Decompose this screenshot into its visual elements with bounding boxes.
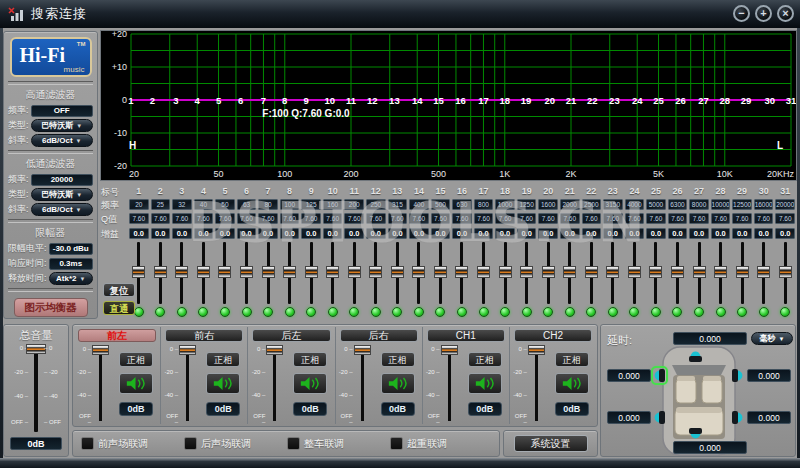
limiter-attack-field[interactable]: 0.3ms bbox=[49, 258, 93, 270]
delay-rear-left-field[interactable]: 0.000 bbox=[607, 411, 651, 424]
fader-track[interactable] bbox=[762, 242, 765, 304]
fader-handle[interactable] bbox=[305, 266, 318, 278]
fader-track[interactable] bbox=[439, 242, 442, 304]
band-fader[interactable] bbox=[537, 242, 559, 304]
band-frequency-field[interactable]: 10000 bbox=[711, 199, 731, 210]
fader-track[interactable] bbox=[267, 242, 270, 304]
rear-right-speaker-icon[interactable] bbox=[731, 410, 744, 425]
band-gain-field[interactable]: 0.0 bbox=[560, 228, 580, 239]
fader-handle[interactable] bbox=[671, 266, 684, 278]
band-q-field[interactable]: 7.60 bbox=[258, 213, 278, 224]
fader-handle[interactable] bbox=[563, 266, 576, 278]
fader-handle[interactable] bbox=[441, 345, 458, 355]
fader-track[interactable] bbox=[611, 242, 614, 304]
phase-button[interactable]: 正相 bbox=[293, 352, 327, 367]
band-fader[interactable] bbox=[731, 242, 753, 304]
mute-button[interactable] bbox=[468, 373, 502, 394]
band-frequency-field[interactable]: 4000 bbox=[625, 199, 645, 210]
fader-handle[interactable] bbox=[283, 266, 296, 278]
band-frequency-field[interactable]: 32 bbox=[172, 199, 192, 210]
fader-handle[interactable] bbox=[628, 266, 641, 278]
band-gain-field[interactable]: 0.0 bbox=[711, 228, 731, 239]
fader-handle[interactable] bbox=[585, 266, 598, 278]
band-q-field[interactable]: 7.60 bbox=[474, 213, 494, 224]
band-frequency-field[interactable]: 315 bbox=[388, 199, 408, 210]
fader-handle[interactable] bbox=[348, 266, 361, 278]
checkbox[interactable] bbox=[287, 437, 300, 450]
band-q-field[interactable]: 7.60 bbox=[344, 213, 364, 224]
band-gain-field[interactable]: 0.0 bbox=[431, 228, 451, 239]
bypass-button[interactable]: 直通 bbox=[103, 301, 135, 315]
band-frequency-field[interactable]: 160 bbox=[323, 199, 343, 210]
band-q-field[interactable]: 7.60 bbox=[582, 213, 602, 224]
maximize-button[interactable]: + bbox=[755, 5, 772, 22]
band-frequency-field[interactable]: 20000 bbox=[775, 199, 795, 210]
fader-track[interactable] bbox=[353, 242, 356, 304]
checkbox[interactable] bbox=[81, 437, 94, 450]
channel-gain-display[interactable]: 0dB bbox=[119, 402, 153, 416]
band-fader[interactable] bbox=[645, 242, 667, 304]
fader-track[interactable] bbox=[698, 242, 701, 304]
fader-handle[interactable] bbox=[266, 345, 283, 355]
mute-button[interactable] bbox=[119, 373, 153, 394]
band-q-field[interactable]: 7.60 bbox=[431, 213, 451, 224]
master-volume-fader[interactable]: 0 –-20 –-40 –OFF – – 0– -20– -40– OFF bbox=[4, 343, 68, 435]
band-frequency-field[interactable]: 63 bbox=[237, 199, 257, 210]
phase-button[interactable]: 正相 bbox=[381, 352, 415, 367]
band-gain-field[interactable]: 0.0 bbox=[129, 228, 149, 239]
fader-track[interactable] bbox=[504, 242, 507, 304]
fader-handle[interactable] bbox=[369, 266, 382, 278]
checkbox[interactable] bbox=[390, 437, 403, 450]
fader-track[interactable] bbox=[784, 242, 787, 304]
graphic-eq-button[interactable]: 图示均衡器 bbox=[14, 298, 88, 317]
band-frequency-field[interactable]: 8000 bbox=[689, 199, 709, 210]
band-fader[interactable] bbox=[473, 242, 495, 304]
band-q-field[interactable]: 7.60 bbox=[625, 213, 645, 224]
band-q-field[interactable]: 7.60 bbox=[603, 213, 623, 224]
mute-button[interactable] bbox=[381, 373, 415, 394]
band-q-field[interactable]: 7.60 bbox=[646, 213, 666, 224]
rear-center-speaker-icon[interactable] bbox=[688, 427, 703, 440]
lpf-type-dropdown[interactable]: 巴特沃斯▼ bbox=[31, 188, 93, 201]
system-settings-button[interactable]: 系统设置 bbox=[514, 435, 588, 452]
channel-gain-display[interactable]: 0dB bbox=[293, 402, 327, 416]
band-fader[interactable] bbox=[343, 242, 365, 304]
band-gain-field[interactable]: 0.0 bbox=[582, 228, 602, 239]
channel-select-button[interactable]: 后右 bbox=[340, 329, 418, 342]
band-gain-field[interactable]: 0.0 bbox=[301, 228, 321, 239]
fader-track[interactable] bbox=[448, 348, 451, 421]
minimize-button[interactable]: − bbox=[733, 5, 750, 22]
band-fader[interactable] bbox=[365, 242, 387, 304]
band-fader[interactable] bbox=[667, 242, 689, 304]
delay-rear-center-field[interactable]: 0.000 bbox=[673, 441, 747, 454]
band-gain-field[interactable]: 0.0 bbox=[323, 228, 343, 239]
fader-handle[interactable] bbox=[736, 266, 749, 278]
band-q-field[interactable]: 7.60 bbox=[452, 213, 472, 224]
fader-handle[interactable] bbox=[499, 266, 512, 278]
fader-handle[interactable] bbox=[649, 266, 662, 278]
band-gain-field[interactable]: 0.0 bbox=[603, 228, 623, 239]
band-gain-field[interactable]: 0.0 bbox=[517, 228, 537, 239]
checkbox[interactable] bbox=[184, 437, 197, 450]
channel-gain-display[interactable]: 0dB bbox=[468, 402, 502, 416]
fader-track[interactable] bbox=[460, 242, 463, 304]
fader-track[interactable] bbox=[361, 348, 364, 421]
fader-track[interactable] bbox=[654, 242, 657, 304]
band-q-field[interactable]: 7.60 bbox=[194, 213, 214, 224]
band-q-field[interactable]: 7.60 bbox=[388, 213, 408, 224]
band-fader[interactable] bbox=[581, 242, 603, 304]
fader-track[interactable] bbox=[719, 242, 722, 304]
band-gain-field[interactable]: 0.0 bbox=[366, 228, 386, 239]
fader-handle[interactable] bbox=[262, 266, 275, 278]
band-gain-field[interactable]: 0.0 bbox=[732, 228, 752, 239]
band-gain-field[interactable]: 0.0 bbox=[689, 228, 709, 239]
mute-button[interactable] bbox=[206, 373, 240, 394]
fader-handle[interactable] bbox=[477, 266, 490, 278]
band-gain-field[interactable]: 0.0 bbox=[775, 228, 795, 239]
band-fader[interactable] bbox=[688, 242, 710, 304]
band-fader[interactable] bbox=[193, 242, 215, 304]
fader-track[interactable] bbox=[535, 348, 538, 421]
fader-track[interactable] bbox=[374, 242, 377, 304]
band-fader[interactable] bbox=[494, 242, 516, 304]
band-gain-field[interactable]: 0.0 bbox=[754, 228, 774, 239]
